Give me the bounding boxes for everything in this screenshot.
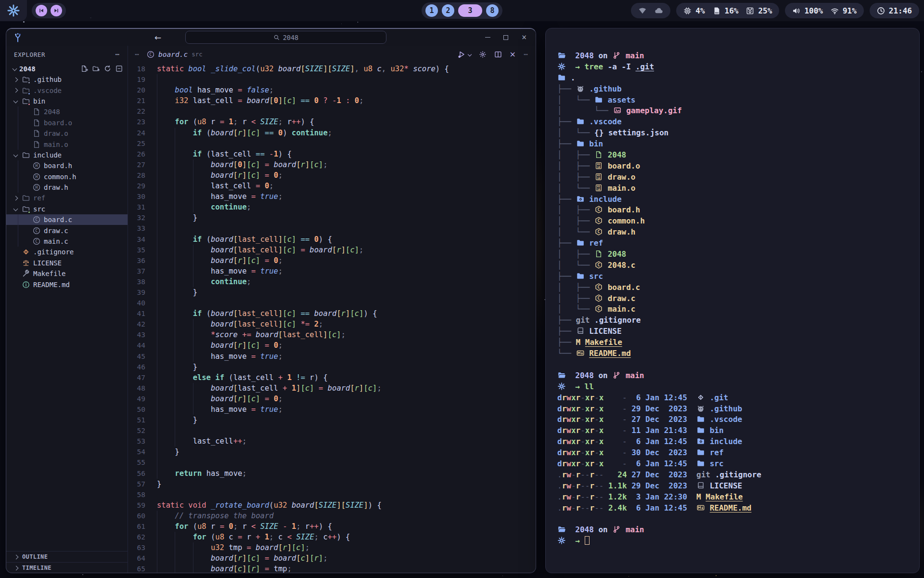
- explorer-root-folder[interactable]: 2048: [6, 63, 128, 74]
- split-editor-icon[interactable]: [494, 51, 502, 58]
- code-line-61[interactable]: 61for (u8 r = 0; r < SIZE - 1; r++) {: [128, 521, 536, 532]
- code-line-33[interactable]: 33: [128, 223, 536, 234]
- code-line-63[interactable]: 63u32 tmp = board[r][c];: [128, 542, 536, 553]
- code-line-24[interactable]: 24if (board[r][c] == 0) continue;: [128, 128, 536, 138]
- explorer-item-draw-c[interactable]: Cdraw.c: [6, 225, 128, 236]
- code-line-38[interactable]: 38continue;: [128, 276, 536, 287]
- code-line-22[interactable]: 22: [128, 106, 536, 117]
- code-line-34[interactable]: 34if (board[last_cell][c] == 0) {: [128, 234, 536, 245]
- code-line-40[interactable]: 40: [128, 298, 536, 308]
- workspace-1[interactable]: 1: [425, 4, 438, 17]
- editor-more-icon[interactable]: ⋯: [524, 50, 528, 59]
- code-line-60[interactable]: 60// transpose the board: [128, 511, 536, 521]
- explorer-item-src[interactable]: src: [6, 204, 128, 214]
- code-line-26[interactable]: 26if (last_cell == -1) {: [128, 149, 536, 159]
- gear-icon[interactable]: [479, 51, 487, 58]
- command-center-search[interactable]: 2048: [185, 31, 386, 44]
- code-line-25[interactable]: 25: [128, 138, 536, 149]
- new-file-icon[interactable]: [81, 65, 88, 72]
- code-line-18[interactable]: 18static bool _slide_col(u32 board[SIZE]…: [128, 64, 536, 74]
- code-line-44[interactable]: 44board[r][c] = 0;: [128, 340, 536, 351]
- explorer-item-include[interactable]: include: [6, 150, 128, 160]
- explorer-item-main-o[interactable]: main.o: [6, 139, 128, 149]
- explorer-item-common-h[interactable]: Hcommon.h: [6, 171, 128, 182]
- code-line-19[interactable]: 19: [128, 74, 536, 85]
- new-folder-icon[interactable]: [92, 65, 100, 72]
- explorer-item-2048[interactable]: 2048: [6, 106, 128, 117]
- code-line-52[interactable]: 52: [128, 425, 536, 436]
- maximize-button[interactable]: [502, 34, 510, 41]
- close-editor-icon[interactable]: ×: [510, 50, 516, 59]
- skip-back-button[interactable]: [36, 5, 47, 16]
- run-dropdown-icon[interactable]: [467, 52, 471, 56]
- code-line-30[interactable]: 30has_move = true;: [128, 191, 536, 202]
- workspace-3-active[interactable]: 3: [458, 4, 482, 17]
- explorer-item-main-c[interactable]: Cmain.c: [6, 236, 128, 247]
- run-debug-icon[interactable]: [458, 51, 465, 58]
- code-line-28[interactable]: 28board[r][c] = 0;: [128, 170, 536, 181]
- code-line-39[interactable]: 39}: [128, 287, 536, 298]
- workspace-8[interactable]: 8: [486, 4, 499, 17]
- code-line-45[interactable]: 45has_move = true;: [128, 351, 536, 362]
- outline-panel[interactable]: OUTLINE: [6, 551, 128, 562]
- refresh-icon[interactable]: [104, 65, 111, 72]
- code-line-54[interactable]: 54}: [128, 447, 536, 457]
- explorer-more-icon[interactable]: ⋯: [115, 50, 120, 59]
- code-line-23[interactable]: 23for (u8 r = 1; r < SIZE; r++) {: [128, 117, 536, 127]
- tab-more-icon[interactable]: ⋯: [135, 50, 139, 59]
- explorer-item--gitignore[interactable]: .gitignore: [6, 247, 128, 257]
- code-line-42[interactable]: 42board[last_cell][c] *= 2;: [128, 319, 536, 329]
- code-line-48[interactable]: 48board[last_cell + 1][c] = board[r][c];: [128, 383, 536, 394]
- code-line-62[interactable]: 62for (u8 c = r + 1; c < SIZE; c++) {: [128, 532, 536, 542]
- code-line-49[interactable]: 49board[r][c] = 0;: [128, 394, 536, 404]
- code-line-31[interactable]: 31continue;: [128, 202, 536, 212]
- explorer-item-board-o[interactable]: board.o: [6, 118, 128, 128]
- close-button[interactable]: ×: [520, 34, 528, 41]
- wifi-stat[interactable]: 91%: [831, 6, 857, 15]
- volume-stat[interactable]: 100%: [792, 6, 823, 15]
- explorer-item-draw-o[interactable]: draw.o: [6, 128, 128, 139]
- code-line-55[interactable]: 55: [128, 457, 536, 468]
- explorer-item-board-c[interactable]: Cboard.c: [6, 214, 128, 225]
- tray-wifi-icon[interactable]: [638, 6, 647, 15]
- terminal-window[interactable]: 2048 on main → tree -a -I .git .├── .git…: [545, 28, 920, 573]
- code-line-36[interactable]: 36board[r][c] = 0;: [128, 255, 536, 266]
- timeline-panel[interactable]: TIMELINE: [6, 562, 128, 573]
- tab-board-c[interactable]: C board.c src: [147, 51, 203, 58]
- code-line-57[interactable]: 57}: [128, 479, 536, 489]
- code-line-41[interactable]: 41if (board[last_cell][c] == board[r][c]…: [128, 308, 536, 319]
- skip-forward-button[interactable]: [51, 5, 62, 16]
- code-line-21[interactable]: 21i32 last_cell = board[0][c] == 0 ? -1 …: [128, 95, 536, 106]
- code-line-29[interactable]: 29last_cell = 0;: [128, 181, 536, 191]
- code-line-51[interactable]: 51}: [128, 415, 536, 425]
- code-line-56[interactable]: 56return has_move;: [128, 468, 536, 479]
- explorer-item-license[interactable]: LICENSE: [6, 258, 128, 268]
- code-line-58[interactable]: 58: [128, 489, 536, 500]
- code-line-46[interactable]: 46}: [128, 362, 536, 372]
- explorer-item--vscode[interactable]: .vscode: [6, 85, 128, 95]
- code-line-64[interactable]: 64board[r][c] = board[c][r];: [128, 553, 536, 564]
- workspace-2[interactable]: 2: [442, 4, 454, 17]
- nav-back-button[interactable]: ←: [151, 29, 165, 46]
- code-line-35[interactable]: 35board[last_cell][c] = board[r][c];: [128, 245, 536, 255]
- code-line-59[interactable]: 59static void _rotate_board(u32 board[SI…: [128, 500, 536, 511]
- tray-cloud-icon[interactable]: [654, 6, 663, 15]
- code-line-43[interactable]: 43*score += board[last_cell][c];: [128, 329, 536, 340]
- explorer-item-makefile[interactable]: Makefile: [6, 268, 128, 279]
- code-line-27[interactable]: 27board[0][c] = board[r][c];: [128, 159, 536, 170]
- code-line-20[interactable]: 20bool has_move = false;: [128, 85, 536, 95]
- explorer-item-board-h[interactable]: Hboard.h: [6, 160, 128, 171]
- launcher-button[interactable]: [0, 0, 27, 21]
- minimize-button[interactable]: [484, 34, 491, 41]
- code-line-53[interactable]: 53last_cell++;: [128, 436, 536, 447]
- explorer-item-bin[interactable]: bin: [6, 96, 128, 106]
- code-editor[interactable]: 18static bool _slide_col(u32 board[SIZE]…: [128, 63, 536, 573]
- explorer-item-draw-h[interactable]: Hdraw.h: [6, 182, 128, 193]
- code-line-32[interactable]: 32}: [128, 212, 536, 223]
- collapse-all-icon[interactable]: [116, 65, 123, 72]
- explorer-item-ref[interactable]: ref: [6, 193, 128, 203]
- code-line-47[interactable]: 47else if (last_cell + 1 != r) {: [128, 372, 536, 383]
- code-line-50[interactable]: 50has_move = true;: [128, 404, 536, 415]
- code-line-37[interactable]: 37has_move = true;: [128, 266, 536, 276]
- explorer-item--github[interactable]: .github: [6, 74, 128, 85]
